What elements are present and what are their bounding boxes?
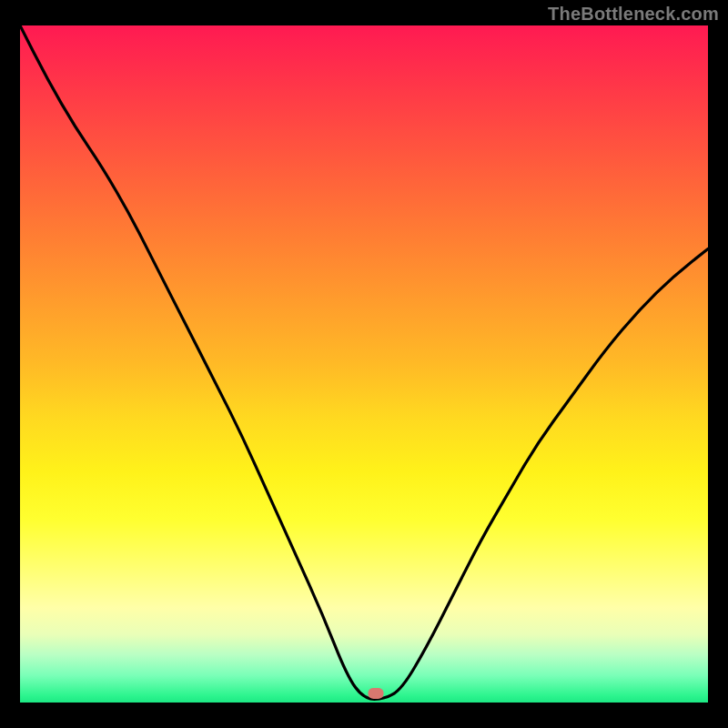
watermark-text: TheBottleneck.com: [548, 4, 719, 25]
bottleneck-curve: [20, 25, 708, 703]
plot-area: [20, 25, 708, 703]
optimum-marker: [368, 688, 383, 699]
chart-stage: TheBottleneck.com: [0, 0, 728, 728]
